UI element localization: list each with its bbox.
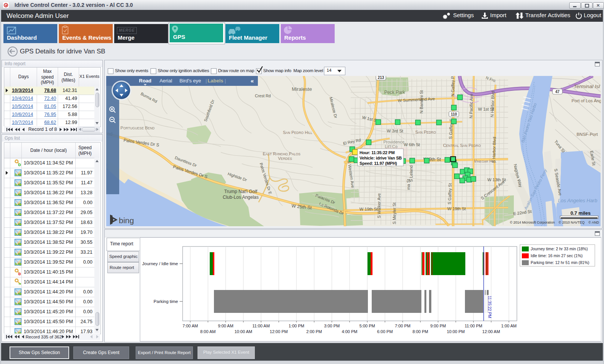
- svg-text:7:00 AM: 7:00 AM: [183, 324, 198, 328]
- svg-text:8:00 PM: 8:00 PM: [413, 329, 428, 334]
- svg-text:S Meyler St: S Meyler St: [392, 203, 397, 224]
- svg-text:PORTUGUESE BEND: PORTUGUESE BEND: [120, 126, 154, 130]
- svg-text:Southfield Dr: Southfield Dr: [203, 99, 215, 122]
- svg-text:11:35:22 PM: 11:35:22 PM: [487, 296, 492, 318]
- svg-text:8:00 AM: 8:00 AM: [200, 329, 215, 334]
- svg-text:|: |: [206, 78, 207, 84]
- svg-text:N Pacific Ave: N Pacific Ave: [468, 94, 473, 119]
- svg-text:0.7 miles: 0.7 miles: [570, 211, 591, 216]
- svg-text:S Gaffey St: S Gaffey St: [447, 183, 452, 205]
- svg-text:Hightide Dr: Hightide Dr: [227, 171, 248, 182]
- svg-text:Tuna St: Tuna St: [554, 139, 566, 153]
- svg-text:Speed: 11.97 (MPH): Speed: 11.97 (MPH): [359, 161, 397, 166]
- svg-text:Road: Road: [139, 78, 152, 84]
- svg-text:S Western Ave: S Western Ave: [347, 160, 355, 188]
- svg-text:EAST RANCHO PALOS: EAST RANCHO PALOS: [263, 151, 301, 156]
- svg-text:Palos Verdes Dr S: Palos Verdes Dr S: [172, 164, 208, 179]
- svg-text:El Rey Rd: El Rey Rd: [343, 137, 361, 146]
- svg-text:Miraleste: Miraleste: [292, 86, 312, 92]
- svg-text:2:00 PM: 2:00 PM: [306, 329, 322, 334]
- svg-text:N Bandini St: N Bandini St: [419, 90, 424, 113]
- svg-text:bing: bing: [119, 216, 134, 225]
- svg-text:213: 213: [378, 76, 384, 80]
- svg-text:VERDES: VERDES: [278, 156, 292, 161]
- svg-text:10:00 AM: 10:00 AM: [235, 329, 252, 334]
- svg-text:Parking time: Parking time: [154, 299, 178, 304]
- svg-text:Peck Park: Peck Park: [384, 90, 406, 95]
- svg-text:1:00 PM: 1:00 PM: [289, 324, 304, 328]
- svg-text:12:00 AM: 12:00 AM: [482, 329, 500, 334]
- svg-text:Burma Rd: Burma Rd: [140, 91, 158, 104]
- svg-text:W 3rd St: W 3rd St: [387, 129, 403, 133]
- svg-text:Bird's eye: Bird's eye: [180, 78, 201, 84]
- svg-text:W 19th St: W 19th St: [447, 206, 466, 211]
- svg-text:Terminal Isl: Terminal Isl: [574, 84, 601, 89]
- svg-text:12:00 PM: 12:00 PM: [270, 329, 288, 334]
- svg-text:«: «: [251, 77, 254, 84]
- svg-text:Trump Nat'l Golf: Trump Nat'l Golf: [224, 189, 257, 194]
- svg-text:S Walker Ave: S Walker Ave: [377, 193, 381, 218]
- svg-text:Parking time: 12 hr 51 min (81: Parking time: 12 hr 51 min (81%): [531, 260, 589, 265]
- svg-text:N Harbor Blvd: N Harbor Blvd: [490, 91, 495, 117]
- svg-text:W 19th St: W 19th St: [359, 207, 378, 211]
- svg-text:BNSF-Port: BNSF-Port: [576, 132, 598, 137]
- svg-text:Idle time: 16 min 27 sec (1%): Idle time: 16 min 27 sec (1%): [531, 253, 583, 258]
- svg-text:SAN PEDRO: SAN PEDRO: [415, 130, 436, 134]
- svg-text:9:00 AM: 9:00 AM: [218, 324, 233, 328]
- svg-text:Providence: Providence: [383, 140, 404, 144]
- svg-text:Club-Los Angelas: Club-Los Angelas: [223, 195, 259, 200]
- svg-text:W 6th St: W 6th St: [404, 142, 420, 147]
- svg-text:N Gaffey Pl: N Gaffey Pl: [450, 76, 455, 97]
- svg-text:Journey / Idle time: Journey / Idle time: [142, 261, 178, 266]
- svg-text:110: 110: [451, 112, 457, 116]
- svg-text:Port of Los Angel: Port of Los Angel: [572, 98, 601, 103]
- svg-text:ma St: ma St: [406, 179, 411, 190]
- svg-text:Hour: 11:35:22 PM: Hour: 11:35:22 PM: [359, 150, 395, 155]
- svg-text:9:00 PM: 9:00 PM: [430, 324, 446, 328]
- svg-text:4:00 PM: 4:00 PM: [342, 329, 358, 334]
- svg-text:S Harbor Blvd: S Harbor Blvd: [491, 137, 497, 163]
- svg-text:Journey time: 2 hr 33 min (18%: Journey time: 2 hr 33 min (18%): [531, 246, 588, 251]
- svg-text:SAN PEDRO HILL: SAN PEDRO HILL: [283, 130, 313, 135]
- svg-text:5:00 PM: 5:00 PM: [359, 324, 375, 328]
- svg-text:1:00 AM: 1:00 AM: [501, 324, 517, 328]
- svg-text:Crest Rd: Crest Rd: [255, 93, 271, 98]
- svg-text:3:00 PM: 3:00 PM: [324, 324, 340, 328]
- svg-text:CENTRAL SAN PEDRO: CENTRAL SAN PEDRO: [443, 143, 481, 148]
- svg-text:10:00 PM: 10:00 PM: [447, 329, 465, 334]
- svg-text:11:00 AM: 11:00 AM: [252, 324, 270, 328]
- svg-text:Los Angeles Harb: Los Angeles Harb: [558, 198, 598, 203]
- svg-text:47: 47: [555, 90, 560, 94]
- svg-text:Lit'l Co: Lit'l Co: [385, 144, 397, 149]
- svg-text:Vehicle: idrive Van SB: Vehicle: idrive Van SB: [359, 156, 402, 160]
- svg-text:Labels: Labels: [207, 78, 223, 84]
- svg-text:© 2014 Microsoft Corporation: © 2014 Microsoft Corporation © 2010 NAVT…: [510, 221, 599, 224]
- svg-text:Aerial: Aerial: [159, 78, 172, 84]
- svg-text:|: |: [225, 78, 226, 84]
- svg-text:6:00 PM: 6:00 PM: [377, 329, 393, 334]
- svg-text:11:00 PM: 11:00 PM: [465, 324, 482, 328]
- svg-text:7:00 PM: 7:00 PM: [395, 324, 411, 328]
